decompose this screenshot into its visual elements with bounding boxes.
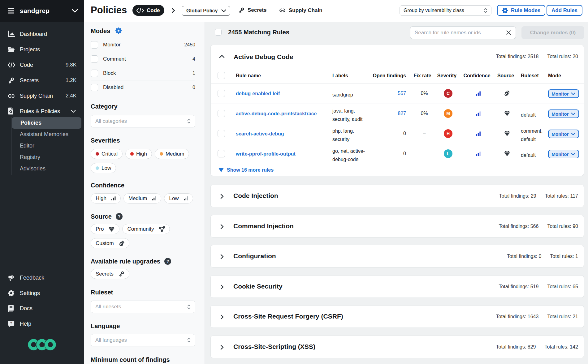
svg-text:?: ?	[10, 321, 12, 325]
